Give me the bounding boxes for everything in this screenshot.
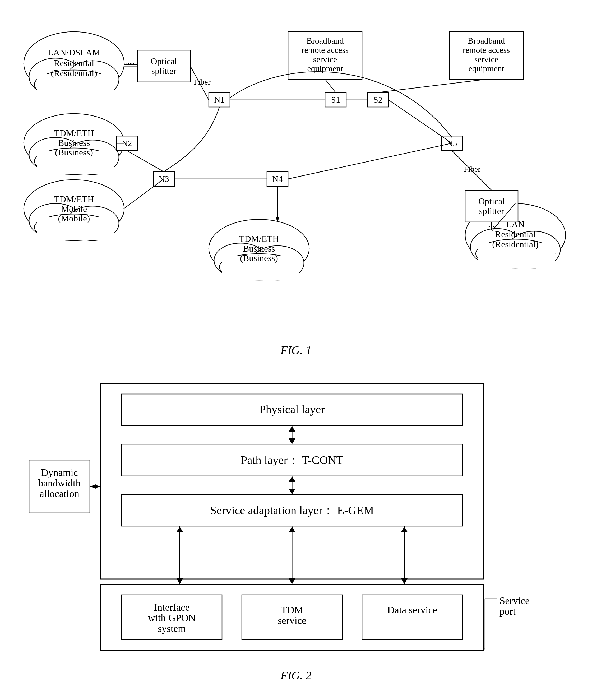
cloud-tdm-eth-mobile: TDM/ETH Mobile (Mobile) (24, 180, 124, 241)
fig2-diagram: Physical layer Path layer： T-CONT Servic… (21, 373, 571, 663)
svg-text:splitter: splitter (151, 66, 177, 76)
svg-marker-120 (289, 579, 295, 584)
fig1-label: FIG. 1 (21, 344, 571, 357)
svg-text:remote access: remote access (302, 45, 349, 55)
svg-text:TDM/ETH: TDM/ETH (54, 128, 94, 138)
svg-text:Broadband: Broadband (307, 36, 344, 45)
page: LAN/DSLAM Residential (Residential) TDM/… (0, 0, 592, 700)
svg-text:Optical: Optical (151, 56, 177, 66)
svg-text:Residential: Residential (495, 230, 536, 239)
fig1-diagram: LAN/DSLAM Residential (Residential) TDM/… (21, 16, 571, 333)
svg-text:(Business): (Business) (55, 147, 93, 157)
svg-text:splitter: splitter (479, 206, 504, 216)
svg-text:Path layer： T-CONT: Path layer： T-CONT (241, 454, 344, 467)
svg-text:(Mobile): (Mobile) (58, 213, 90, 223)
svg-text:TDM: TDM (281, 604, 303, 615)
svg-text:service: service (313, 54, 337, 64)
svg-text:Business: Business (243, 244, 275, 253)
svg-text:system: system (158, 623, 186, 634)
svg-text:Fiber: Fiber (194, 78, 210, 86)
svg-text:Interface: Interface (154, 602, 190, 613)
svg-text:N1: N1 (214, 95, 225, 104)
svg-text:Optical: Optical (478, 196, 505, 206)
svg-line-80 (325, 79, 336, 93)
svg-text:Fiber: Fiber (464, 165, 481, 173)
svg-text:(Residential): (Residential) (51, 68, 97, 78)
svg-text:Dynamic: Dynamic (41, 467, 78, 478)
svg-text:bandwidth: bandwidth (38, 478, 81, 489)
svg-marker-115 (90, 484, 96, 489)
svg-text:Service adaptation layer： E-GE: Service adaptation layer： E-GEM (210, 504, 374, 517)
svg-line-79 (389, 100, 452, 143)
svg-text:(Residential): (Residential) (492, 239, 539, 249)
svg-text:allocation: allocation (40, 488, 79, 499)
svg-marker-117 (177, 579, 183, 584)
svg-text:Residential: Residential (54, 58, 94, 68)
svg-text:port: port (499, 606, 516, 617)
svg-text:...: ... (488, 219, 495, 230)
svg-text:Mobile: Mobile (61, 204, 87, 214)
svg-text:service: service (475, 54, 498, 64)
svg-text:N4: N4 (272, 174, 283, 184)
svg-text:...: ... (128, 56, 135, 66)
svg-text:equipment: equipment (468, 64, 504, 73)
svg-text:Data service: Data service (387, 604, 437, 615)
svg-text:S1: S1 (331, 95, 340, 104)
svg-marker-123 (401, 579, 407, 584)
svg-rect-4 (37, 74, 114, 100)
svg-text:TDM/ETH: TDM/ETH (54, 194, 94, 204)
svg-text:S2: S2 (374, 95, 383, 104)
fig2-label: FIG. 2 (21, 669, 571, 682)
svg-text:service: service (278, 615, 306, 626)
cloud-tdm-eth-business: TDM/ETH Business (Business) (24, 114, 124, 174)
svg-rect-133 (362, 595, 462, 640)
svg-text:Physical layer: Physical layer (259, 403, 325, 416)
svg-text:remote access: remote access (463, 45, 510, 55)
svg-text:LAN/DSLAM: LAN/DSLAM (48, 48, 100, 57)
svg-text:(Business): (Business) (240, 253, 278, 263)
svg-text:Broadband: Broadband (468, 36, 505, 45)
svg-text:Business: Business (58, 138, 90, 148)
cloud-tdm-eth-business2: TDM/ETH Business (Business) (209, 219, 309, 280)
cloud-lan-dslam: LAN/DSLAM Residential (Residential) (24, 32, 124, 100)
svg-text:with GPON: with GPON (148, 612, 196, 623)
svg-line-84 (124, 179, 164, 209)
svg-line-82 (127, 151, 164, 172)
svg-text:TDM/ETH: TDM/ETH (239, 234, 279, 244)
svg-line-81 (378, 79, 486, 93)
svg-text:Service: Service (499, 595, 530, 606)
svg-line-88 (288, 143, 452, 179)
